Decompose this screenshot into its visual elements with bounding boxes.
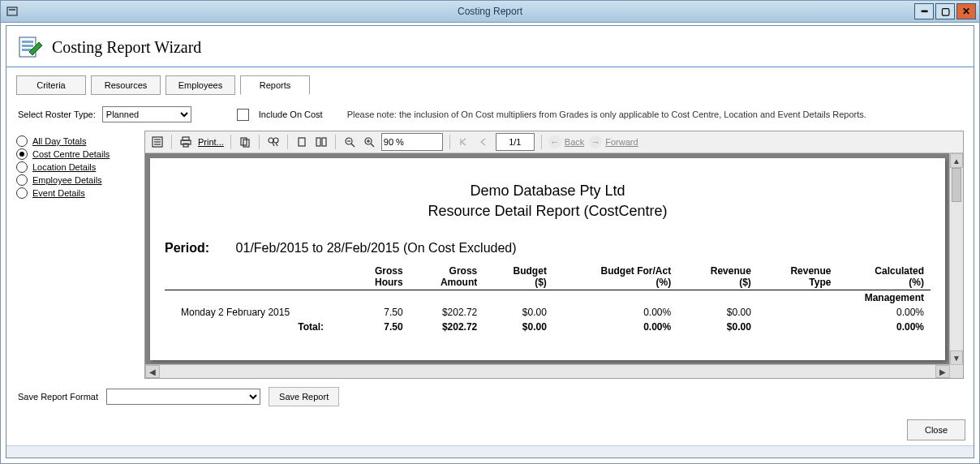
close-window-button[interactable]: ✕ <box>956 3 976 19</box>
horizontal-scrollbar[interactable]: ◀ ▶ <box>145 364 950 378</box>
tab-bar: Criteria Resources Employees Reports <box>16 75 964 95</box>
tab-criteria[interactable]: Criteria <box>16 75 86 95</box>
save-report-button[interactable]: Save Report <box>269 387 339 406</box>
save-format-select[interactable] <box>106 389 260 405</box>
zoom-combo[interactable] <box>381 133 443 151</box>
toc-icon[interactable] <box>150 134 165 150</box>
nav-forward[interactable]: → Forward <box>589 135 638 148</box>
single-page-icon[interactable] <box>294 134 309 150</box>
report-viewer: Print... <box>144 131 964 379</box>
report-canvas: Demo Database Pty Ltd Resource Detail Re… <box>145 153 963 378</box>
report-page: Demo Database Pty Ltd Resource Detail Re… <box>150 158 945 360</box>
window-title: Costing Report <box>458 6 522 17</box>
roster-type-select[interactable]: Planned <box>102 106 191 122</box>
wizard-footer: Close <box>6 415 974 445</box>
report-table: GrossHours GrossAmount Budget($) Budget … <box>165 264 931 334</box>
svg-rect-11 <box>183 137 189 140</box>
svg-rect-22 <box>322 138 326 146</box>
col-calculated: Calculated(%) <box>837 264 931 290</box>
work-area: All Day Totals Cost Centre Details Locat… <box>16 131 964 379</box>
table-row: Monday 2 February 2015 7.50 $202.72 $0.0… <box>165 305 931 320</box>
report-options: All Day Totals Cost Centre Details Locat… <box>16 131 138 379</box>
svg-line-27 <box>371 144 374 147</box>
svg-rect-4 <box>22 45 33 47</box>
print-button[interactable]: Print... <box>198 137 224 147</box>
include-on-cost-checkbox[interactable] <box>237 109 249 121</box>
scroll-left-icon[interactable]: ◀ <box>145 365 160 378</box>
opt-all-day-totals[interactable]: All Day Totals <box>16 135 138 147</box>
col-gross-amount: GrossAmount <box>410 264 484 290</box>
roster-label: Select Roster Type: <box>18 110 96 119</box>
svg-line-19 <box>276 143 277 146</box>
content-area: Criteria Resources Employees Reports Sel… <box>6 75 974 415</box>
group-header: Management <box>165 290 931 306</box>
prev-page-icon[interactable] <box>476 134 491 150</box>
first-page-icon[interactable] <box>457 134 471 150</box>
status-bar <box>6 445 974 458</box>
radio-icon <box>16 161 28 173</box>
scroll-up-icon[interactable]: ▲ <box>950 153 963 168</box>
scroll-corner <box>949 364 963 378</box>
wizard-panel: Costing Report Wizard Criteria Resources… <box>6 25 974 458</box>
svg-point-16 <box>269 138 273 143</box>
tab-employees[interactable]: Employees <box>165 75 235 95</box>
svg-line-18 <box>273 143 274 146</box>
window-root: Costing Report ━ ▢ ✕ Costing Report Wiza… <box>0 0 980 464</box>
multi-page-icon[interactable] <box>314 134 329 150</box>
svg-point-17 <box>273 138 278 143</box>
wizard-title: Costing Report Wizard <box>52 38 201 57</box>
report-period: Period: 01/Feb/2015 to 28/Feb/2015 (On C… <box>165 241 931 256</box>
close-button[interactable]: Close <box>907 419 965 440</box>
col-revenue-type: RevenueType <box>758 264 838 290</box>
col-gross-hours: GrossHours <box>348 264 410 290</box>
total-row: Total: 7.50 $202.72 $0.00 0.00% $0.00 0.… <box>165 320 931 334</box>
scroll-down-icon[interactable]: ▼ <box>950 350 963 365</box>
col-budget-pct: Budget For/Act(%) <box>553 264 677 290</box>
col-budget: Budget($) <box>484 264 553 290</box>
viewer-toolbar: Print... <box>145 131 963 153</box>
zoom-out-icon[interactable] <box>342 134 357 150</box>
back-arrow-icon: ← <box>548 135 561 148</box>
svg-line-24 <box>351 144 355 147</box>
opt-cost-centre-details[interactable]: Cost Centre Details <box>16 148 138 160</box>
svg-rect-21 <box>316 138 320 146</box>
header-rule <box>6 67 974 67</box>
svg-rect-20 <box>299 138 305 146</box>
find-icon[interactable] <box>266 134 281 150</box>
radio-icon <box>16 135 28 147</box>
include-on-cost-label: Include On Cost <box>259 110 323 119</box>
svg-rect-0 <box>7 7 17 15</box>
tab-resources[interactable]: Resources <box>91 75 161 95</box>
col-revenue: Revenue($) <box>677 264 758 290</box>
tab-reports[interactable]: Reports <box>240 75 310 95</box>
wizard-header: Costing Report Wizard <box>6 26 974 65</box>
copy-icon[interactable] <box>238 134 252 150</box>
report-company: Demo Database Pty Ltd <box>165 183 931 200</box>
roster-row: Select Roster Type: Planned Include On C… <box>18 106 962 122</box>
forward-arrow-icon: → <box>589 135 602 148</box>
app-sysmenu-icon[interactable] <box>6 5 19 18</box>
nav-back[interactable]: ← Back <box>548 135 584 148</box>
opt-location-details[interactable]: Location Details <box>16 161 138 173</box>
radio-icon <box>16 174 28 186</box>
window-buttons: ━ ▢ ✕ <box>914 3 976 19</box>
radio-icon <box>16 148 28 160</box>
save-row: Save Report Format Save Report <box>18 387 962 406</box>
page-field[interactable] <box>496 133 535 151</box>
on-cost-note: Please note: the inclusion of On Cost mu… <box>347 110 866 119</box>
maximize-button[interactable]: ▢ <box>935 3 955 19</box>
wizard-icon <box>18 34 44 60</box>
scroll-thumb[interactable] <box>952 168 961 202</box>
titlebar: Costing Report ━ ▢ ✕ <box>1 1 979 23</box>
svg-rect-3 <box>22 41 33 43</box>
minimize-button[interactable]: ━ <box>914 3 934 19</box>
radio-icon <box>16 187 28 199</box>
scroll-right-icon[interactable]: ▶ <box>935 365 950 378</box>
vertical-scrollbar[interactable]: ▲ ▼ <box>949 153 963 365</box>
printer-icon[interactable] <box>178 134 193 150</box>
zoom-in-icon[interactable] <box>362 134 376 150</box>
opt-event-details[interactable]: Event Details <box>16 187 138 199</box>
svg-rect-1 <box>9 9 15 11</box>
report-title: Resource Detail Report (CostCentre) <box>165 203 931 220</box>
opt-employee-details[interactable]: Employee Details <box>16 174 138 186</box>
